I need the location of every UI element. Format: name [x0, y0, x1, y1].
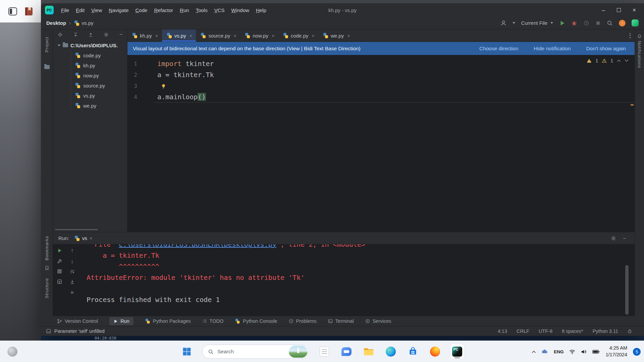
- project-file-item[interactable]: we.py: [53, 101, 127, 111]
- language-indicator[interactable]: ENG: [554, 349, 564, 354]
- run-configuration-select[interactable]: Current File: [521, 20, 553, 26]
- console-scrollbar[interactable]: [625, 265, 629, 315]
- ai-assistant-icon[interactable]: [632, 19, 639, 26]
- document-app-icon[interactable]: [318, 344, 331, 359]
- inspections-widget[interactable]: 1 1: [587, 58, 629, 63]
- menu-edit[interactable]: Edit: [72, 6, 88, 15]
- project-stripe-button[interactable]: Project: [41, 37, 53, 52]
- menu-view[interactable]: View: [88, 6, 105, 15]
- choose-direction-link[interactable]: Choose direction: [479, 46, 518, 52]
- editor-tab[interactable]: code.py ×: [278, 29, 318, 42]
- debug-button[interactable]: [571, 20, 577, 26]
- close-tab-icon[interactable]: ×: [272, 33, 275, 39]
- warning-stripe-mark[interactable]: [631, 104, 634, 106]
- more-actions-icon[interactable]: »: [70, 289, 73, 295]
- menu-navigate[interactable]: Navigate: [105, 6, 132, 15]
- file-encoding[interactable]: UTF-8: [539, 328, 552, 334]
- hide-panel-icon[interactable]: −: [623, 235, 626, 241]
- dont-show-again-link[interactable]: Don't show again: [586, 46, 626, 52]
- project-folder-icon[interactable]: [41, 65, 53, 69]
- code-editor[interactable]: 1 2 3 4 import tkinter a = tkinter.Tk a.…: [127, 55, 635, 232]
- project-file-item[interactable]: now.py: [53, 70, 127, 80]
- pycharm-logo-icon[interactable]: PC: [45, 6, 54, 14]
- profile-with-coverage-icon[interactable]: [583, 20, 589, 26]
- hide-notification-link[interactable]: Hide notification: [534, 46, 571, 52]
- settings-gear-icon[interactable]: [611, 236, 616, 241]
- search-everywhere-icon[interactable]: [607, 20, 613, 26]
- update-indicator-icon[interactable]: ↑: [619, 20, 626, 26]
- caret-position[interactable]: 4:13: [498, 328, 507, 334]
- close-button[interactable]: ×: [627, 3, 642, 17]
- line-separator[interactable]: CRLF: [517, 328, 529, 334]
- previous-problem-icon[interactable]: [617, 59, 621, 62]
- settings-gear-icon[interactable]: [104, 32, 109, 37]
- locate-file-icon[interactable]: [58, 32, 63, 37]
- toolwindow-python-console[interactable]: Python Console: [235, 318, 277, 324]
- toolwindow-terminal[interactable]: Terminal: [328, 318, 354, 324]
- volume-icon[interactable]: [581, 349, 587, 354]
- run-console-tab[interactable]: vs ×: [74, 235, 93, 241]
- breadcrumb-file[interactable]: vs.py: [82, 20, 94, 26]
- battery-icon[interactable]: [592, 350, 600, 354]
- indent-setting[interactable]: 8 spaces*: [562, 328, 583, 334]
- project-file-item[interactable]: kh.py: [53, 60, 127, 70]
- toolwindow-todo[interactable]: TODO: [202, 318, 224, 324]
- toolwindow-version-control[interactable]: Version Control: [57, 318, 98, 324]
- user-account-icon[interactable]: [500, 20, 506, 26]
- wifi-icon[interactable]: [569, 349, 575, 354]
- horizontal-scrollbar[interactable]: [55, 229, 98, 230]
- editor-tab-active[interactable]: vs.py ×: [162, 29, 196, 42]
- code-area[interactable]: import tkinter a = tkinter.Tk a.mainloop…: [154, 55, 635, 232]
- tool-window-layout-icon[interactable]: [46, 329, 51, 334]
- soft-wrap-icon[interactable]: [70, 269, 75, 274]
- project-root-item[interactable]: C:\Users\DIGIPLUS.: [53, 40, 127, 50]
- structure-stripe-button[interactable]: Structure: [41, 278, 53, 298]
- close-tab-icon[interactable]: ×: [90, 235, 93, 241]
- menu-help[interactable]: Help: [253, 6, 270, 15]
- user-chevron-icon[interactable]: [513, 22, 515, 24]
- file-explorer-icon[interactable]: [362, 344, 375, 359]
- close-tab-icon[interactable]: ×: [155, 33, 158, 39]
- maximize-button[interactable]: [611, 3, 627, 17]
- menu-tools[interactable]: Tools: [193, 6, 211, 15]
- menu-window[interactable]: Window: [228, 6, 253, 15]
- expand-all-icon[interactable]: [73, 33, 78, 37]
- editor-tab[interactable]: now.py ×: [240, 29, 278, 42]
- clock[interactable]: 4:25 AM 1/17/2024: [605, 345, 627, 358]
- breadcrumb-project[interactable]: Desktop: [46, 20, 66, 26]
- panel-icon[interactable]: [8, 7, 17, 15]
- search-highlight-image[interactable]: [289, 346, 308, 358]
- project-file-item[interactable]: source.py: [53, 80, 127, 90]
- file-path-link[interactable]: C:\Users\DIGIPLUS.BOSHEHR\Desktop\vs.py: [119, 244, 276, 248]
- collapse-all-icon[interactable]: [89, 33, 93, 37]
- toolwindow-services[interactable]: Services: [365, 318, 391, 324]
- notifications-bell-icon[interactable]: [635, 34, 644, 39]
- tab-options-kebab-icon[interactable]: [630, 29, 631, 42]
- run-console-output[interactable]: File "C:\Users\DIGIPLUS.BOSHEHR\Desktop\…: [81, 244, 635, 316]
- up-stack-trace-icon[interactable]: ↑: [71, 248, 74, 253]
- chevron-down-icon[interactable]: [58, 45, 60, 46]
- toolwindow-python-packages[interactable]: Python Packages: [145, 318, 191, 324]
- menu-file[interactable]: File: [58, 6, 72, 15]
- bookmark-icon[interactable]: [41, 265, 53, 270]
- next-problem-icon[interactable]: [625, 59, 629, 62]
- restore-layout-icon[interactable]: [57, 279, 62, 284]
- bookmarks-stripe-button[interactable]: Bookmarks: [41, 236, 53, 260]
- faded-app-icon[interactable]: [7, 347, 17, 357]
- editor-tab[interactable]: we.py ×: [318, 29, 354, 42]
- menu-refactor[interactable]: Refactor: [151, 6, 176, 15]
- scroll-to-end-icon[interactable]: [70, 279, 75, 284]
- firefox-icon[interactable]: [428, 344, 442, 359]
- microsoft-store-icon[interactable]: [406, 344, 420, 359]
- project-file-item[interactable]: code.py: [53, 50, 127, 60]
- close-tab-icon[interactable]: ×: [233, 33, 236, 39]
- lock-icon[interactable]: [628, 329, 632, 334]
- project-file-item[interactable]: vs.py: [53, 90, 127, 101]
- hide-panel-icon[interactable]: −: [119, 32, 122, 38]
- tray-expand-icon[interactable]: [532, 350, 536, 353]
- notification-badge[interactable]: 5: [633, 348, 641, 356]
- edge-icon[interactable]: [384, 344, 397, 359]
- book-icon[interactable]: [25, 7, 33, 15]
- editor-tab[interactable]: source.py ×: [196, 29, 240, 42]
- modify-run-icon[interactable]: [57, 258, 62, 264]
